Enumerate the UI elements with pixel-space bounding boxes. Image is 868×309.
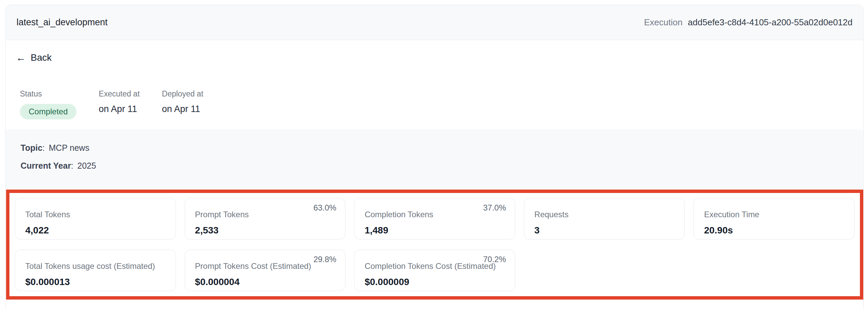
executed-at-column: Executed at on Apr 11 — [99, 89, 140, 119]
inputs-section: Topic:MCP news Current Year:2025 — [6, 130, 863, 190]
metric-label: Total Tokens usage cost (Estimated) — [25, 261, 165, 271]
metric-card-requests: Requests 3 — [524, 198, 685, 240]
crew-title: latest_ai_development — [17, 17, 107, 28]
execution-info: Execution add5efe3-c8d4-4105-a200-55a02d… — [644, 17, 852, 28]
current-year-value: 2025 — [78, 161, 96, 170]
metric-card-execution-time: Execution Time 20.90s — [693, 198, 855, 240]
current-year-separator: : — [71, 161, 73, 170]
metric-value: 4,022 — [25, 225, 165, 236]
execution-label: Execution — [644, 17, 682, 28]
run-info-row: Status Completed Executed at on Apr 11 D… — [20, 89, 203, 119]
back-arrow-icon: ← — [16, 53, 26, 63]
metric-percentage: 29.8% — [313, 255, 336, 264]
back-button[interactable]: ← Back — [16, 52, 52, 63]
status-column: Status Completed — [20, 89, 76, 119]
executed-at-value: on Apr 11 — [99, 104, 140, 114]
input-topic: Topic:MCP news — [21, 143, 848, 153]
metric-percentage: 37.0% — [483, 203, 506, 213]
metric-value: 1,489 — [365, 225, 505, 236]
metric-value: $0.000004 — [195, 277, 335, 287]
metric-percentage: 63.0% — [313, 203, 336, 213]
annotation-highlight-rectangle: Total Tokens 4,022 63.0% Prompt Tokens 2… — [6, 190, 863, 300]
status-label: Status — [20, 89, 76, 99]
metric-value: 3 — [534, 225, 675, 236]
metric-value: $0.000013 — [25, 277, 165, 287]
topic-separator: : — [42, 143, 45, 152]
topic-value: MCP news — [49, 143, 89, 152]
status-badge: Completed — [20, 104, 76, 119]
metrics-grid: Total Tokens 4,022 63.0% Prompt Tokens 2… — [9, 193, 860, 296]
header-bar: latest_ai_development Execution add5efe3… — [6, 5, 863, 40]
metric-card-prompt-tokens-cost: 29.8% Prompt Tokens Cost (Estimated) $0.… — [185, 250, 346, 291]
metric-value: 20.90s — [704, 225, 844, 236]
metric-card-prompt-tokens: 63.0% Prompt Tokens 2,533 — [185, 198, 346, 240]
metric-value: 2,533 — [195, 225, 335, 236]
metric-label: Execution Time — [704, 210, 844, 220]
metric-card-completion-tokens-cost: 70.2% Completion Tokens Cost (Estimated)… — [354, 250, 515, 291]
metric-label: Total Tokens — [25, 210, 165, 220]
metric-card-total-tokens: Total Tokens 4,022 — [15, 198, 176, 240]
current-year-label: Current Year — [21, 161, 71, 170]
metric-label: Requests — [534, 210, 675, 220]
metric-card-completion-tokens: 37.0% Completion Tokens 1,489 — [354, 198, 515, 240]
metric-value: $0.000009 — [365, 277, 505, 287]
back-label: Back — [31, 52, 52, 63]
execution-id: add5efe3-c8d4-4105-a200-55a02d0e012d — [688, 17, 852, 28]
executed-at-label: Executed at — [99, 89, 140, 99]
metric-card-total-tokens-cost: Total Tokens usage cost (Estimated) $0.0… — [15, 250, 176, 291]
topic-label: Topic — [21, 143, 42, 152]
input-current-year: Current Year:2025 — [21, 161, 848, 171]
metric-percentage: 70.2% — [483, 255, 506, 264]
deployed-at-column: Deployed at on Apr 11 — [162, 89, 204, 119]
deployed-at-label: Deployed at — [162, 89, 204, 99]
deployed-at-value: on Apr 11 — [162, 104, 204, 114]
